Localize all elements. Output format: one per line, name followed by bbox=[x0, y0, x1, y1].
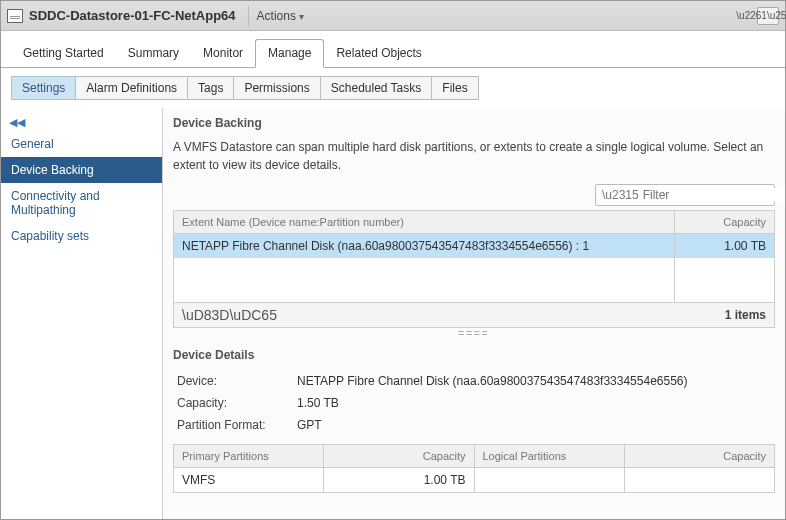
sidebar-item-general[interactable]: General bbox=[1, 131, 162, 157]
extent-row-name: NETAPP Fibre Channel Disk (naa.60a980037… bbox=[174, 234, 675, 259]
section-title: Device Backing bbox=[173, 116, 775, 130]
tab-summary[interactable]: Summary bbox=[116, 40, 191, 67]
splitter-handle[interactable]: ==== bbox=[173, 328, 775, 338]
partition-format-value: GPT bbox=[297, 418, 771, 432]
partition-row[interactable]: VMFS 1.00 TB bbox=[174, 467, 775, 492]
tab-monitor[interactable]: Monitor bbox=[191, 40, 255, 67]
sidebar-item-capability-sets[interactable]: Capability sets bbox=[1, 223, 162, 249]
col-logical-capacity[interactable]: Capacity bbox=[624, 444, 774, 467]
tab-manage[interactable]: Manage bbox=[255, 39, 324, 68]
content-panel: Device Backing A VMFS Datastore can span… bbox=[163, 108, 785, 519]
col-logical-partitions[interactable]: Logical Partitions bbox=[474, 444, 624, 467]
items-count: 1 items bbox=[725, 308, 766, 322]
top-tabs: Getting Started Summary Monitor Manage R… bbox=[1, 31, 785, 68]
device-label: Device: bbox=[177, 374, 297, 388]
subtab-files[interactable]: Files bbox=[431, 76, 478, 100]
partition-format-label: Partition Format: bbox=[177, 418, 297, 432]
window-title: SDDC-Datastore-01-FC-NetApp64 bbox=[29, 8, 236, 23]
partition-logical-capacity bbox=[624, 467, 774, 492]
subtab-permissions[interactable]: Permissions bbox=[233, 76, 320, 100]
device-value: NETAPP Fibre Channel Disk (naa.60a980037… bbox=[297, 374, 771, 388]
sidebar-item-connectivity[interactable]: Connectivity and Multipathing bbox=[1, 183, 162, 223]
sidebar: ◀◀ General Device Backing Connectivity a… bbox=[1, 108, 163, 519]
subtab-settings[interactable]: Settings bbox=[11, 76, 76, 100]
extent-col-capacity[interactable]: Capacity bbox=[675, 211, 775, 234]
find-icon[interactable]: \uD83D\uDC65 bbox=[182, 307, 277, 323]
sidebar-collapse-icon[interactable]: ◀◀ bbox=[1, 114, 162, 131]
datastore-icon bbox=[7, 9, 23, 23]
tab-getting-started[interactable]: Getting Started bbox=[11, 40, 116, 67]
search-icon: \u2315 bbox=[602, 188, 639, 202]
actions-menu[interactable]: Actions bbox=[248, 6, 312, 26]
capacity-value: 1.50 TB bbox=[297, 396, 771, 410]
extent-row-capacity: 1.00 TB bbox=[675, 234, 775, 259]
extent-col-name[interactable]: Extent Name (Device name:Partition numbe… bbox=[174, 211, 675, 234]
partition-primary: VMFS bbox=[174, 467, 324, 492]
subtab-scheduled-tasks[interactable]: Scheduled Tasks bbox=[320, 76, 433, 100]
sidebar-item-device-backing[interactable]: Device Backing bbox=[1, 157, 162, 183]
col-primary-capacity[interactable]: Capacity bbox=[324, 444, 474, 467]
partition-primary-capacity: 1.00 TB bbox=[324, 467, 474, 492]
panel-menu-button[interactable]: \u2261\u25BE bbox=[757, 7, 779, 25]
capacity-label: Capacity: bbox=[177, 396, 297, 410]
extent-table-footer: \uD83D\uDC65 1 items bbox=[173, 303, 775, 328]
filter-input[interactable] bbox=[643, 188, 785, 202]
filter-box[interactable]: \u2315 \u25BE bbox=[595, 184, 775, 206]
device-details: Device: NETAPP Fibre Channel Disk (naa.6… bbox=[173, 370, 775, 444]
datastore-window: SDDC-Datastore-01-FC-NetApp64 Actions \u… bbox=[0, 0, 786, 520]
subtab-tags[interactable]: Tags bbox=[187, 76, 234, 100]
subtab-alarm-definitions[interactable]: Alarm Definitions bbox=[75, 76, 188, 100]
extent-row-empty bbox=[174, 258, 775, 280]
col-primary-partitions[interactable]: Primary Partitions bbox=[174, 444, 324, 467]
tab-related-objects[interactable]: Related Objects bbox=[324, 40, 433, 67]
section-description: A VMFS Datastore can span multiple hard … bbox=[173, 138, 775, 174]
extent-table: Extent Name (Device name:Partition numbe… bbox=[173, 210, 775, 303]
titlebar: SDDC-Datastore-01-FC-NetApp64 Actions \u… bbox=[1, 1, 785, 31]
partition-logical bbox=[474, 467, 624, 492]
partition-table: Primary Partitions Capacity Logical Part… bbox=[173, 444, 775, 493]
sub-tabs: Settings Alarm Definitions Tags Permissi… bbox=[1, 68, 785, 108]
extent-row[interactable]: NETAPP Fibre Channel Disk (naa.60a980037… bbox=[174, 234, 775, 259]
extent-row-empty bbox=[174, 280, 775, 302]
device-details-title: Device Details bbox=[173, 348, 775, 362]
